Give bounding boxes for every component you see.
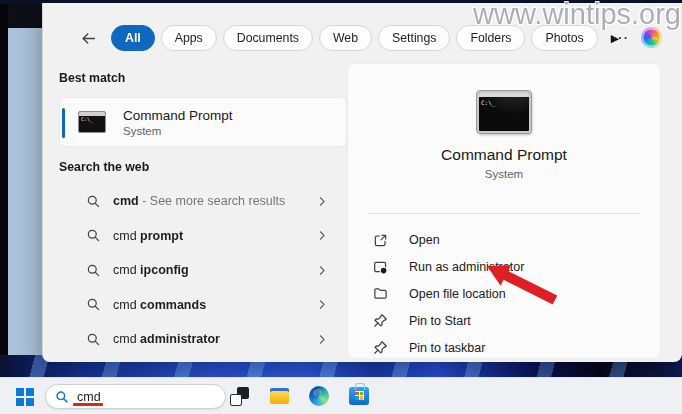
selection-indicator xyxy=(62,108,65,138)
filter-label: Documents xyxy=(237,31,299,45)
red-underline-annotation xyxy=(73,403,103,406)
filter-tab-apps[interactable]: Apps xyxy=(161,25,217,51)
task-view-icon[interactable] xyxy=(229,386,250,407)
preview-pane: Command Prompt System Open Run as admini… xyxy=(347,63,661,359)
app-title: Command Prompt xyxy=(123,108,233,123)
preview-app-title: Command Prompt xyxy=(348,146,660,164)
action-label: Open file location xyxy=(409,287,506,301)
action-list: Open Run as administrator Open file loca… xyxy=(348,227,660,361)
suggestion-text: cmd administrator xyxy=(113,332,220,346)
suggestion-text: cmd commands xyxy=(113,298,206,312)
taskbar-search-box[interactable]: cmd xyxy=(45,384,226,409)
filter-label: Folders xyxy=(470,31,511,45)
web-suggestion-row[interactable]: cmd - See more search results xyxy=(59,184,347,219)
app-subtitle: System xyxy=(123,125,233,137)
open-external-icon xyxy=(372,232,388,248)
chevron-right-icon xyxy=(316,229,329,242)
action-label: Pin to taskbar xyxy=(409,341,485,355)
wallpaper-left-strip xyxy=(8,0,42,378)
results-column: Best match Command Prompt System Search … xyxy=(59,71,347,357)
preview-app-subtitle: System xyxy=(348,168,660,180)
copilot-icon[interactable] xyxy=(641,27,662,48)
web-suggestions-list: cmd - See more search results cmd prompt… xyxy=(59,184,347,357)
search-icon xyxy=(55,390,69,404)
filter-tab-photos[interactable]: Photos xyxy=(531,25,597,51)
best-match-result[interactable]: Command Prompt System xyxy=(59,97,347,147)
action-open[interactable]: Open xyxy=(348,227,660,254)
search-icon xyxy=(86,228,101,243)
suggestion-text: cmd ipconfig xyxy=(113,263,189,277)
chevron-right-icon xyxy=(316,195,329,208)
folder-icon xyxy=(372,286,388,302)
search-icon xyxy=(86,332,101,347)
more-options-icon[interactable]: ··· xyxy=(613,30,629,45)
action-label: Open xyxy=(409,233,440,247)
divider xyxy=(368,213,640,214)
start-button[interactable] xyxy=(16,388,33,405)
search-icon xyxy=(86,297,101,312)
file-explorer-icon[interactable] xyxy=(269,386,290,407)
action-run-as-administrator[interactable]: Run as administrator xyxy=(348,254,660,281)
best-match-text: Command Prompt System xyxy=(123,108,233,137)
action-label: Pin to Start xyxy=(409,314,471,328)
search-web-header: Search the web xyxy=(59,160,347,176)
filter-label: All xyxy=(125,31,141,45)
edge-browser-icon[interactable] xyxy=(309,386,329,406)
filter-tab-documents[interactable]: Documents xyxy=(223,25,313,51)
action-pin-to-start[interactable]: Pin to Start xyxy=(348,307,660,334)
action-pin-to-taskbar[interactable]: Pin to taskbar xyxy=(348,334,660,361)
filter-tab-settings[interactable]: Settings xyxy=(378,25,450,51)
suggestion-text: cmd prompt xyxy=(113,229,183,243)
filter-label: Photos xyxy=(545,31,583,45)
filter-label: Apps xyxy=(175,31,203,45)
web-suggestion-row[interactable]: cmd commands xyxy=(59,288,347,323)
back-button[interactable] xyxy=(77,27,99,49)
filter-tab-folders[interactable]: Folders xyxy=(456,25,525,51)
microsoft-store-icon[interactable] xyxy=(349,387,369,405)
web-suggestion-row[interactable]: cmd ipconfig xyxy=(59,253,347,288)
pin-icon xyxy=(372,340,388,356)
action-open-file-location[interactable]: Open file location xyxy=(348,281,660,308)
wallpaper-left-edge xyxy=(0,0,8,378)
filter-label: Settings xyxy=(392,31,436,45)
filter-tab-all[interactable]: All xyxy=(111,25,155,51)
taskbar: cmd xyxy=(0,377,682,414)
filter-tab-web[interactable]: Web xyxy=(319,25,372,51)
action-label: Run as administrator xyxy=(409,260,524,274)
web-suggestion-row[interactable]: cmd administrator xyxy=(59,322,347,357)
wallpaper-left-strip-dark xyxy=(8,0,42,28)
suggestion-text: cmd - See more search results xyxy=(113,194,285,208)
filter-row: All Apps Documents Web Settings Folders … xyxy=(77,24,619,52)
search-flyout-panel: All Apps Documents Web Settings Folders … xyxy=(42,3,682,362)
filter-label: Web xyxy=(333,31,358,45)
best-match-header: Best match xyxy=(59,71,347,87)
back-arrow-icon xyxy=(80,30,97,47)
pin-icon xyxy=(372,313,388,329)
search-icon xyxy=(86,194,101,209)
search-input-value: cmd xyxy=(77,390,101,404)
chevron-right-icon xyxy=(316,333,329,346)
web-suggestion-row[interactable]: cmd prompt xyxy=(59,219,347,254)
command-prompt-icon-large xyxy=(477,91,531,133)
command-prompt-icon xyxy=(78,111,106,133)
search-icon xyxy=(86,263,101,278)
top-right-controls: ··· xyxy=(613,27,662,48)
chevron-right-icon xyxy=(316,264,329,277)
run-as-admin-icon xyxy=(372,259,388,275)
chevron-right-icon xyxy=(316,298,329,311)
